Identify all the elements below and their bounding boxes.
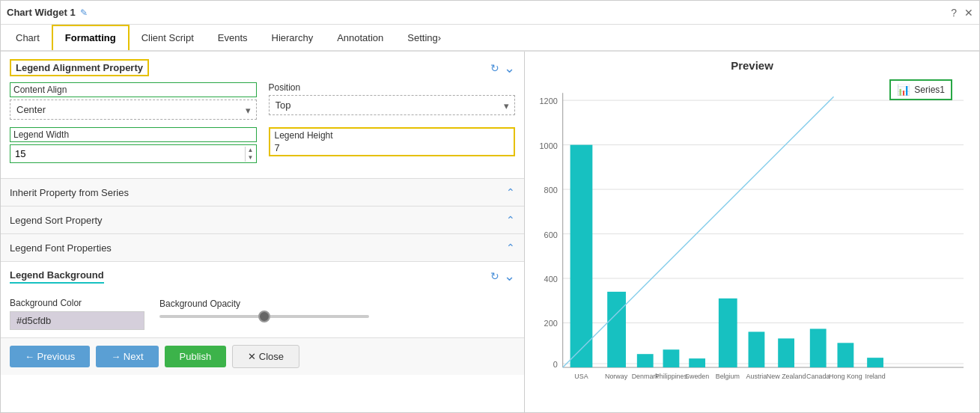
legend-sort-header[interactable]: Legend Sort Property ⌃ bbox=[1, 206, 524, 233]
content-align-position-row: Content Align Left Center Right ▾ Positi… bbox=[10, 82, 515, 120]
publish-button[interactable]: Publish bbox=[165, 346, 227, 367]
svg-rect-24 bbox=[810, 328, 827, 367]
svg-text:Philippines: Philippines bbox=[655, 373, 688, 380]
right-panel: Preview 📊 Series1 1200 1000 800 600 400 … bbox=[525, 52, 979, 412]
legend-background-expand-button[interactable]: ⌄ bbox=[504, 268, 515, 284]
legend-font-title: Legend Font Properties bbox=[10, 242, 112, 254]
tab-annotation[interactable]: Annotation bbox=[325, 25, 395, 50]
svg-text:400: 400 bbox=[544, 275, 558, 284]
chart-container: 📊 Series1 1200 1000 800 600 400 200 0 bbox=[537, 78, 967, 405]
tab-events[interactable]: Events bbox=[206, 25, 260, 50]
svg-text:USA: USA bbox=[574, 373, 588, 380]
legend-font-header[interactable]: Legend Font Properties ⌃ bbox=[1, 234, 524, 261]
svg-line-38 bbox=[563, 97, 834, 367]
tab-settings[interactable]: Setting› bbox=[395, 25, 453, 50]
svg-rect-16 bbox=[570, 145, 593, 367]
chart-svg: 1200 1000 800 600 400 200 0 bbox=[537, 78, 967, 405]
title-bar-right: ? ✕ bbox=[951, 7, 973, 19]
position-select-wrapper: Top Bottom Left Right ▾ bbox=[269, 95, 516, 115]
legend-background-actions: ↻ ⌄ bbox=[490, 268, 515, 284]
left-panel: Legend Alignment Property ↻ ⌄ Content Al… bbox=[1, 52, 525, 412]
svg-rect-18 bbox=[637, 354, 654, 367]
svg-text:New Zealand: New Zealand bbox=[767, 373, 806, 380]
bg-opacity-slider-wrapper bbox=[159, 315, 515, 318]
position-group: Position Top Bottom Left Right ▾ bbox=[269, 82, 516, 120]
legend-width-input[interactable] bbox=[10, 145, 245, 162]
close-button[interactable]: ✕ Close bbox=[232, 345, 299, 368]
content-align-select-wrapper: Left Center Right ▾ bbox=[10, 100, 257, 120]
bg-opacity-group: Background Opacity bbox=[159, 298, 515, 318]
svg-rect-26 bbox=[867, 358, 883, 367]
legend-alignment-section: Legend Alignment Property ↻ ⌄ Content Al… bbox=[1, 52, 524, 178]
bg-color-opacity-row: Background Color Background Opacity bbox=[10, 298, 515, 330]
svg-text:Hong Kong: Hong Kong bbox=[829, 373, 862, 380]
series-label: Series1 bbox=[914, 85, 945, 95]
tab-bar: Chart Formatting Client Script Events Hi… bbox=[1, 25, 979, 52]
help-button[interactable]: ? bbox=[951, 7, 957, 19]
legend-background-title: Legend Background bbox=[10, 269, 104, 284]
content-align-label: Content Align bbox=[10, 82, 257, 97]
legend-alignment-refresh-button[interactable]: ↻ bbox=[490, 60, 499, 76]
inherit-property-section: Inherit Property from Series ⌃ bbox=[1, 178, 524, 206]
position-select[interactable]: Top Bottom Left Right bbox=[269, 95, 516, 115]
title-bar-left: Chart Widget 1 ✎ bbox=[7, 7, 88, 18]
series-chart-icon: 📊 bbox=[897, 84, 910, 96]
legend-height-group: Legend Height 7 bbox=[269, 127, 516, 163]
legend-width-down-button[interactable]: ▼ bbox=[246, 154, 256, 162]
footer: ← Previous → Next Publish ✕ Close bbox=[1, 337, 524, 375]
svg-text:200: 200 bbox=[544, 319, 558, 328]
window-title: Chart Widget 1 bbox=[7, 7, 76, 18]
svg-text:1000: 1000 bbox=[540, 141, 558, 150]
next-button[interactable]: → Next bbox=[96, 346, 158, 367]
title-bar: Chart Widget 1 ✎ ? ✕ bbox=[1, 1, 979, 25]
svg-text:Ireland: Ireland bbox=[865, 373, 885, 380]
svg-text:Sweden: Sweden bbox=[685, 373, 709, 380]
bg-color-group: Background Color bbox=[10, 298, 144, 330]
svg-text:Belgium: Belgium bbox=[716, 373, 740, 380]
legend-dimensions-row: Legend Width ▲ ▼ Legend Height 7 bbox=[10, 127, 515, 163]
legend-height-label: Legend Height bbox=[275, 130, 510, 141]
legend-font-collapse-icon: ⌃ bbox=[506, 242, 515, 254]
svg-rect-20 bbox=[689, 358, 705, 367]
svg-text:1200: 1200 bbox=[540, 97, 558, 105]
svg-rect-23 bbox=[778, 338, 794, 367]
inherit-property-collapse-icon: ⌃ bbox=[506, 186, 515, 198]
tab-formatting[interactable]: Formatting bbox=[52, 25, 130, 50]
legend-sort-title: Legend Sort Property bbox=[10, 215, 103, 226]
svg-text:Austria: Austria bbox=[746, 373, 767, 380]
legend-background-header: Legend Background ↻ ⌄ bbox=[1, 262, 524, 290]
inherit-property-title: Inherit Property from Series bbox=[10, 187, 129, 198]
svg-text:600: 600 bbox=[544, 230, 558, 239]
edit-title-icon[interactable]: ✎ bbox=[80, 7, 88, 18]
previous-button[interactable]: ← Previous bbox=[10, 346, 90, 367]
svg-rect-21 bbox=[719, 299, 737, 367]
content-align-select[interactable]: Left Center Right bbox=[10, 100, 257, 120]
legend-alignment-expand-button[interactable]: ⌄ bbox=[504, 60, 515, 76]
bg-opacity-slider[interactable] bbox=[159, 315, 369, 318]
main-window: Chart Widget 1 ✎ ? ✕ Chart Formatting Cl… bbox=[0, 0, 980, 413]
legend-width-up-button[interactable]: ▲ bbox=[246, 147, 256, 154]
legend-background-refresh-button[interactable]: ↻ bbox=[490, 270, 499, 282]
main-content: Legend Alignment Property ↻ ⌄ Content Al… bbox=[1, 52, 979, 412]
legend-height-value: 7 bbox=[275, 142, 280, 153]
tab-chart[interactable]: Chart bbox=[4, 25, 52, 50]
svg-rect-22 bbox=[749, 331, 765, 367]
legend-width-spinner: ▲ ▼ bbox=[245, 147, 256, 162]
legend-sort-section: Legend Sort Property ⌃ bbox=[1, 206, 524, 233]
inherit-property-header[interactable]: Inherit Property from Series ⌃ bbox=[1, 179, 524, 206]
legend-width-input-wrapper: ▲ ▼ bbox=[10, 144, 257, 163]
tab-client-script[interactable]: Client Script bbox=[130, 25, 206, 50]
legend-alignment-header: Legend Alignment Property ↻ ⌄ bbox=[10, 59, 515, 76]
svg-text:800: 800 bbox=[544, 186, 558, 195]
svg-rect-19 bbox=[663, 349, 680, 367]
svg-text:Canada: Canada bbox=[806, 373, 830, 380]
bg-color-input[interactable] bbox=[10, 311, 144, 330]
legend-height-wrapper: Legend Height 7 bbox=[269, 127, 516, 156]
legend-alignment-actions: ↻ ⌄ bbox=[490, 60, 515, 76]
window-close-button[interactable]: ✕ bbox=[964, 7, 973, 19]
tab-hierarchy[interactable]: Hierarchy bbox=[260, 25, 326, 50]
svg-text:Norway: Norway bbox=[605, 373, 628, 380]
preview-title: Preview bbox=[537, 59, 967, 72]
legend-alignment-title: Legend Alignment Property bbox=[10, 59, 149, 76]
content-align-group: Content Align Left Center Right ▾ bbox=[10, 82, 257, 120]
